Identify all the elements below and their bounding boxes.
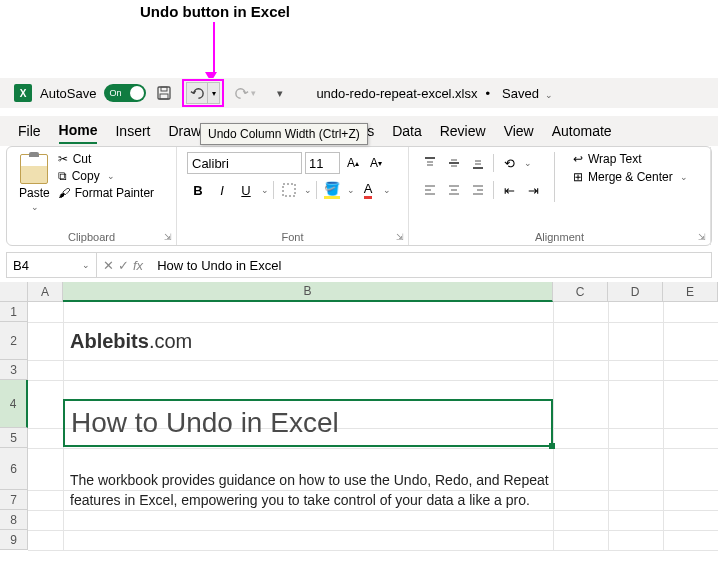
row-header-1[interactable]: 1 bbox=[0, 302, 28, 322]
svg-rect-2 bbox=[160, 94, 168, 99]
orientation-button[interactable]: ⟲ bbox=[498, 152, 520, 174]
font-name-input[interactable] bbox=[187, 152, 302, 174]
cell-b6-text: The workbook provides guidance on how to… bbox=[70, 470, 550, 511]
increase-font-button[interactable]: A▴ bbox=[343, 153, 363, 173]
worksheet-grid: A B C D E 1 2 3 4 5 6 7 8 9 bbox=[0, 282, 718, 570]
undo-tooltip: Undo Column Width (Ctrl+Z) bbox=[200, 123, 368, 145]
align-bottom-button[interactable] bbox=[467, 152, 489, 174]
row-header-6[interactable]: 6 bbox=[0, 448, 28, 490]
align-left-button[interactable] bbox=[419, 179, 441, 201]
group-alignment: ⟲⌄ ⇤ ⇥ ↩Wrap Text ⊞Merge & Center⌄ Align… bbox=[409, 147, 711, 245]
group-label-clipboard: Clipboard bbox=[17, 229, 166, 243]
enter-formula-icon[interactable]: ✓ bbox=[118, 258, 129, 273]
copy-button[interactable]: ⧉Copy⌄ bbox=[58, 169, 154, 183]
copy-icon: ⧉ bbox=[58, 169, 67, 183]
save-icon[interactable] bbox=[154, 83, 174, 103]
name-box[interactable]: B4⌄ bbox=[7, 253, 97, 277]
title-bar: X AutoSave On ▾ ▾ ▾ undo-redo-repeat-exc… bbox=[0, 78, 718, 108]
decrease-indent-button[interactable]: ⇤ bbox=[498, 179, 520, 201]
fill-handle[interactable] bbox=[549, 443, 555, 449]
cancel-formula-icon[interactable]: ✕ bbox=[103, 258, 114, 273]
format-painter-button[interactable]: 🖌Format Painter bbox=[58, 186, 154, 200]
col-header-c[interactable]: C bbox=[553, 282, 608, 302]
font-color-button[interactable]: A bbox=[357, 179, 379, 201]
group-font: A▴ A▾ B I U⌄ ⌄ 🪣⌄ A⌄ Font ⇲ bbox=[177, 147, 409, 245]
cells-area[interactable]: Ablebits.com How to Undo in Excel The wo… bbox=[28, 302, 718, 550]
merge-icon: ⊞ bbox=[573, 170, 583, 184]
font-dialog-launcher[interactable]: ⇲ bbox=[396, 232, 404, 242]
align-right-button[interactable] bbox=[467, 179, 489, 201]
scissors-icon: ✂ bbox=[58, 152, 68, 166]
annotation-label: Undo button in Excel bbox=[140, 3, 290, 20]
tab-data[interactable]: Data bbox=[392, 119, 422, 143]
undo-button[interactable] bbox=[186, 82, 208, 104]
formula-input[interactable]: How to Undo in Excel bbox=[149, 258, 711, 273]
excel-icon: X bbox=[14, 84, 32, 102]
group-label-alignment: Alignment bbox=[419, 229, 700, 243]
active-cell-b4[interactable]: How to Undo in Excel bbox=[63, 399, 553, 447]
underline-button[interactable]: U bbox=[235, 179, 257, 201]
undo-dropdown[interactable]: ▾ bbox=[208, 82, 220, 104]
filename-separator: • bbox=[486, 86, 491, 101]
row-header-5[interactable]: 5 bbox=[0, 428, 28, 448]
tab-insert[interactable]: Insert bbox=[115, 119, 150, 143]
align-top-button[interactable] bbox=[419, 152, 441, 174]
save-status[interactable]: Saved ⌄ bbox=[502, 86, 553, 101]
annotation-arrow bbox=[210, 22, 217, 82]
qat-customize[interactable]: ▾ bbox=[270, 83, 290, 103]
font-size-input[interactable] bbox=[305, 152, 340, 174]
alignment-dialog-launcher[interactable]: ⇲ bbox=[698, 232, 706, 242]
autosave-toggle[interactable]: On bbox=[104, 84, 146, 102]
fill-color-button[interactable]: 🪣 bbox=[321, 179, 343, 201]
row-header-8[interactable]: 8 bbox=[0, 510, 28, 530]
row-header-3[interactable]: 3 bbox=[0, 360, 28, 380]
align-middle-button[interactable] bbox=[443, 152, 465, 174]
svg-rect-3 bbox=[283, 184, 295, 196]
autosave-label: AutoSave bbox=[40, 86, 96, 101]
row-header-7[interactable]: 7 bbox=[0, 490, 28, 510]
col-header-d[interactable]: D bbox=[608, 282, 663, 302]
formula-bar: B4⌄ ✕ ✓ fx How to Undo in Excel bbox=[6, 252, 712, 278]
col-header-e[interactable]: E bbox=[663, 282, 718, 302]
paste-icon bbox=[20, 154, 48, 184]
redo-button[interactable]: ▾ bbox=[234, 86, 256, 101]
clipboard-dialog-launcher[interactable]: ⇲ bbox=[164, 232, 172, 242]
ribbon: Paste ⌄ ✂Cut ⧉Copy⌄ 🖌Format Painter Clip… bbox=[6, 146, 712, 246]
group-clipboard: Paste ⌄ ✂Cut ⧉Copy⌄ 🖌Format Painter Clip… bbox=[7, 147, 177, 245]
col-header-b[interactable]: B bbox=[63, 282, 553, 302]
cell-b2-logo: Ablebits.com bbox=[70, 330, 192, 353]
merge-center-button[interactable]: ⊞Merge & Center⌄ bbox=[573, 170, 688, 184]
increase-indent-button[interactable]: ⇥ bbox=[522, 179, 544, 201]
tab-home[interactable]: Home bbox=[59, 118, 98, 144]
fx-icon[interactable]: fx bbox=[133, 258, 143, 273]
borders-button[interactable] bbox=[278, 179, 300, 201]
tab-review[interactable]: Review bbox=[440, 119, 486, 143]
decrease-font-button[interactable]: A▾ bbox=[366, 153, 386, 173]
tab-draw[interactable]: Draw bbox=[168, 119, 201, 143]
row-header-4[interactable]: 4 bbox=[0, 380, 28, 428]
cut-button[interactable]: ✂Cut bbox=[58, 152, 154, 166]
row-header-2[interactable]: 2 bbox=[0, 322, 28, 360]
brush-icon: 🖌 bbox=[58, 186, 70, 200]
group-label-font: Font bbox=[187, 229, 398, 243]
tab-automate[interactable]: Automate bbox=[552, 119, 612, 143]
italic-button[interactable]: I bbox=[211, 179, 233, 201]
tab-file[interactable]: File bbox=[18, 119, 41, 143]
select-all-corner[interactable] bbox=[0, 282, 28, 302]
bold-button[interactable]: B bbox=[187, 179, 209, 201]
align-center-button[interactable] bbox=[443, 179, 465, 201]
tab-view[interactable]: View bbox=[504, 119, 534, 143]
wrap-text-button[interactable]: ↩Wrap Text bbox=[573, 152, 688, 166]
col-header-a[interactable]: A bbox=[28, 282, 63, 302]
cell-b4-text: How to Undo in Excel bbox=[71, 407, 339, 439]
paste-button[interactable]: Paste ⌄ bbox=[17, 152, 52, 214]
row-header-9[interactable]: 9 bbox=[0, 530, 28, 550]
undo-button-highlight: ▾ bbox=[182, 79, 224, 107]
document-filename: undo-redo-repeat-excel.xlsx bbox=[316, 86, 477, 101]
wrap-icon: ↩ bbox=[573, 152, 583, 166]
